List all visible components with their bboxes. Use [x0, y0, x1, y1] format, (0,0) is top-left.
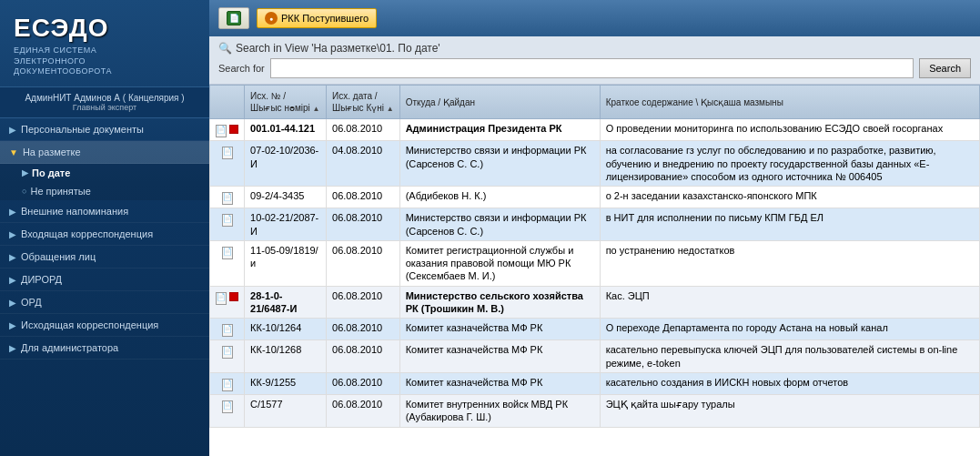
doc-icon: 📄 — [222, 147, 233, 159]
from-cell: Администрация Президента РК — [399, 119, 600, 141]
from-cell: Комитет казначейства МФ РК — [399, 319, 600, 340]
search-title: 🔍 Search in View 'На разметке\01. По дат… — [218, 42, 971, 55]
content-cell: касательно перевыпуска ключей ЭЦП для по… — [600, 340, 979, 373]
col-date-label2: Шығыс Күні ▲ — [332, 103, 394, 113]
col-icons — [210, 86, 245, 119]
red-indicator — [229, 125, 238, 134]
table-row[interactable]: 📄 07-02-10/2036-И 04.08.2010 Министерств… — [210, 141, 980, 187]
number-cell: 07-02-10/2036-И — [245, 141, 327, 187]
table-body: 📄 001.01-44.121 06.08.2010 Администрация… — [210, 119, 980, 427]
from-cell: Министерство связи и информации РК (Сарс… — [399, 141, 600, 187]
sidebar-sub-po-date[interactable]: ▶По дате — [0, 164, 209, 182]
content-cell: в НИТ для исполнении по письму КПМ ГБД Е… — [600, 208, 979, 241]
content-cell: на согласование гз услуг по обследованию… — [600, 141, 979, 187]
nav-container: ▶Персональные документы▼На разметке▶По д… — [0, 118, 209, 360]
date-cell: 06.08.2010 — [327, 319, 400, 340]
user-role: Главный эксперт — [9, 103, 200, 112]
doc-icon: 📄 — [222, 247, 233, 259]
red-indicator — [229, 292, 238, 301]
table-row[interactable]: 📄 КК-10/1264 06.08.2010 Комитет казначей… — [210, 319, 980, 340]
content-cell: О проведении мониторинга по использовани… — [600, 119, 979, 141]
icon-cell: 📄 — [210, 240, 245, 286]
number-cell: 10-02-21/2087-И — [245, 208, 327, 241]
date-cell: 06.08.2010 — [327, 394, 400, 427]
from-cell: Комитет казначейства МФ РК — [399, 340, 600, 373]
table-row[interactable]: 📄 09-2/4-3435 06.08.2010 (Абдибеков Н. К… — [210, 187, 980, 208]
table-row[interactable]: 📄 28-1-0-21/6487-И 06.08.2010 Министерст… — [210, 286, 980, 319]
col-number-label2: Шығыс нөмірі ▲ — [250, 103, 319, 113]
sidebar-item-personal[interactable]: ▶Персональные документы — [0, 118, 209, 141]
icon-cell: 📄 — [210, 208, 245, 241]
rkk-button[interactable]: ● РКК Поступившего — [257, 8, 377, 28]
from-cell: Комитет регистрационной службы и оказани… — [399, 240, 600, 286]
icon-cell: 📄 — [210, 372, 245, 394]
sidebar-item-dlya-admina[interactable]: ▶Для администратора — [0, 337, 209, 360]
icon-cell: 📄 — [210, 119, 245, 141]
sidebar-sub-ne-prinyatye[interactable]: ○Не принятые — [0, 182, 209, 200]
sidebar-item-vkhodyashchaya[interactable]: ▶Входящая корреспонденция — [0, 223, 209, 246]
doc-icon: 📄 — [216, 125, 227, 137]
rkk-label: РКК Поступившего — [281, 13, 369, 24]
sidebar-item-dirord[interactable]: ▶ДИРОРД — [0, 269, 209, 291]
table-row[interactable]: 📄 001.01-44.121 06.08.2010 Администрация… — [210, 119, 980, 141]
date-cell: 06.08.2010 — [327, 187, 400, 208]
user-info: АдминНИТ Админов А ( Канцелярия ) Главны… — [0, 87, 209, 118]
icon-cell: 📄 — [210, 187, 245, 208]
icon-cell: 📄 — [210, 141, 245, 187]
table-row[interactable]: 📄 С/1577 06.08.2010 Комитет внутренних в… — [210, 394, 980, 427]
search-label: Search for — [218, 63, 265, 74]
number-cell: КК-9/1255 — [245, 372, 327, 394]
logo-subtitle: ЕДИНАЯ СИСТЕМА ЭЛЕКТРОННОГО ДОКУМЕНТООБО… — [14, 46, 200, 77]
user-name: АдминНИТ Админов А ( Канцелярия ) — [9, 93, 200, 103]
icon-cell: 📄 — [210, 340, 245, 373]
number-cell: 11-05-09/1819/и — [245, 240, 327, 286]
sidebar: ЕСЭДО ЕДИНАЯ СИСТЕМА ЭЛЕКТРОННОГО ДОКУМЕ… — [0, 0, 209, 456]
col-number[interactable]: Исх. № / Шығыс нөмірі ▲ — [245, 86, 327, 119]
date-cell: 04.08.2010 — [327, 141, 400, 187]
doc-button[interactable]: 📄 — [218, 7, 249, 29]
from-cell: Комитет внутренних войск МВД РК (Аубакир… — [399, 394, 600, 427]
doc-icon: 📄 — [227, 11, 241, 25]
doc-icon: 📄 — [222, 379, 233, 391]
date-cell: 06.08.2010 — [327, 340, 400, 373]
content-cell: по устранению недостатков — [600, 240, 979, 286]
number-cell: 001.01-44.121 — [245, 119, 327, 141]
table-row[interactable]: 📄 КК-10/1268 06.08.2010 Комитет казначей… — [210, 340, 980, 373]
doc-icon: 📄 — [222, 400, 233, 413]
col-date-label1: Исх. дата / — [332, 91, 378, 101]
from-cell: Министерство связи и информации РК (Сарс… — [399, 208, 600, 241]
content-cell: О переходе Департамента по городу Астана… — [600, 319, 979, 340]
number-cell: 09-2/4-3435 — [245, 187, 327, 208]
sidebar-item-vneshnie[interactable]: ▶Внешние напоминания — [0, 200, 209, 223]
search-button[interactable]: Search — [919, 58, 971, 78]
sidebar-item-na-razmetke[interactable]: ▼На разметке — [0, 141, 209, 164]
number-cell: КК-10/1264 — [245, 319, 327, 340]
col-from[interactable]: Откуда / Қайдан — [399, 86, 600, 119]
date-cell: 06.08.2010 — [327, 240, 400, 286]
doc-icon: 📄 — [222, 346, 233, 359]
table-row[interactable]: 📄 10-02-21/2087-И 06.08.2010 Министерств… — [210, 208, 980, 241]
rkk-icon: ● — [265, 12, 278, 25]
date-cell: 06.08.2010 — [327, 286, 400, 319]
col-from-label: Откуда / Қайдан — [406, 97, 475, 107]
from-cell: Комитет казначейства МФ РК — [399, 372, 600, 394]
col-content-label: Краткое содержание \ Қысқаша мазмыны — [606, 97, 783, 107]
sidebar-item-ord[interactable]: ▶ОРД — [0, 291, 209, 314]
table-row[interactable]: 📄 11-05-09/1819/и 06.08.2010 Комитет рег… — [210, 240, 980, 286]
from-cell: Министерство сельского хозяйства РК (Тро… — [399, 286, 600, 319]
number-cell: 28-1-0-21/6487-И — [245, 286, 327, 319]
col-date[interactable]: Исх. дата / Шығыс Күні ▲ — [327, 86, 400, 119]
doc-icon: 📄 — [222, 324, 233, 337]
doc-icon: 📄 — [222, 192, 233, 205]
document-table: Исх. № / Шығыс нөмірі ▲ Исх. дата / Шығы… — [209, 85, 980, 428]
search-input[interactable] — [270, 58, 914, 78]
table-row[interactable]: 📄 КК-9/1255 06.08.2010 Комитет казначейс… — [210, 372, 980, 394]
sidebar-item-obrashcheniya[interactable]: ▶Обращения лиц — [0, 246, 209, 269]
date-cell: 06.08.2010 — [327, 372, 400, 394]
logo-title: ЕСЭДО — [14, 14, 200, 43]
number-cell: КК-10/1268 — [245, 340, 327, 373]
col-content[interactable]: Краткое содержание \ Қысқаша мазмыны — [600, 86, 979, 119]
sidebar-item-iskhodyashchaya[interactable]: ▶Исходящая корреспонденция — [0, 314, 209, 337]
doc-icon: 📄 — [222, 214, 233, 227]
logo-area: ЕСЭДО ЕДИНАЯ СИСТЕМА ЭЛЕКТРОННОГО ДОКУМЕ… — [0, 0, 209, 87]
